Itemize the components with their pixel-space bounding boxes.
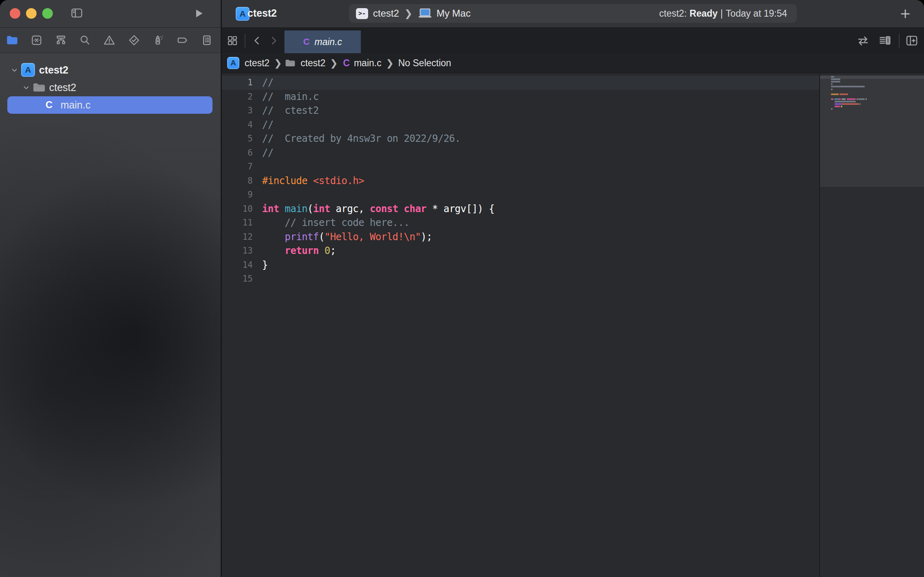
file-tree: Actest2ctest2Cmain.c [0, 53, 221, 577]
code-line-2[interactable]: 2// main.c [222, 90, 819, 104]
scheme-name[interactable]: ctest2 [373, 8, 399, 19]
add-editor-icon[interactable] [904, 33, 920, 48]
code-line-6[interactable]: 6// [222, 146, 819, 160]
xcode-window: Actest2ctest2Cmain.c A ctest2 >- ctest2 … [0, 0, 924, 577]
folder-icon [33, 82, 46, 93]
code-line-5[interactable]: 5// Created by 4nsw3r on 2022/9/26. [222, 132, 819, 146]
tree-label: main.c [61, 99, 91, 111]
source-editor[interactable]: 1//2// main.c3// ctest24//5// Created by… [222, 74, 924, 577]
app-project-icon: A [227, 57, 239, 69]
tree-label: ctest2 [49, 82, 76, 93]
navigate-forward-icon[interactable] [266, 33, 281, 48]
minimap-line-mark [835, 101, 856, 102]
code-line-13[interactable]: 13 return 0; [222, 244, 819, 258]
code-line-15[interactable]: 15 [222, 272, 819, 286]
code-text: return 0; [262, 245, 336, 256]
tree-label: ctest2 [39, 64, 68, 76]
breadcrumb-label: ctest2 [301, 58, 325, 69]
code-line-14[interactable]: 14} [222, 258, 819, 272]
minimap-line-mark [841, 106, 842, 107]
c-file-icon: C [343, 58, 350, 69]
find-navigator-icon[interactable] [78, 33, 92, 47]
debug-navigator-icon[interactable] [151, 33, 165, 47]
scheme-destination[interactable]: My Mac [436, 8, 471, 19]
code-line-9[interactable]: 9 [222, 188, 819, 202]
scheme-chevron-icon: ❯ [404, 8, 412, 19]
code-line-3[interactable]: 3// ctest2 [222, 104, 819, 118]
code-line-7[interactable]: 7 [222, 160, 819, 174]
breadcrumb-item[interactable]: Actest2 [227, 57, 271, 69]
status-time: Today at 19:54 [726, 8, 787, 19]
minimap-line-mark [842, 103, 859, 105]
code-text: int main(int argc, const char * argv[]) … [262, 203, 495, 215]
code-text: // [262, 147, 273, 158]
breadcrumb-item[interactable]: ctest2 [285, 58, 327, 69]
code-line-12[interactable]: 12 printf("Hello, World!\n"); [222, 230, 819, 244]
code-line-1[interactable]: 1// [222, 76, 819, 90]
report-navigator-icon[interactable] [200, 33, 214, 47]
breadcrumb-item[interactable]: No Selection [397, 58, 453, 69]
project-navigator-icon[interactable] [5, 33, 19, 47]
minimap[interactable] [820, 74, 924, 577]
line-number: 10 [222, 204, 253, 214]
zoom-window-button[interactable] [42, 8, 53, 19]
symbol-navigator-icon[interactable] [54, 33, 68, 47]
minimap-line-mark [831, 86, 865, 87]
source-control-navigator-icon[interactable] [30, 33, 43, 47]
line-number: 3 [222, 106, 253, 115]
jump-bar[interactable]: Actest2❯ctest2❯Cmain.c❯No Selection [222, 53, 924, 73]
code-review-icon[interactable] [855, 33, 871, 48]
disclosure-chevron-icon[interactable] [11, 67, 18, 74]
command-line-target-icon: >- [356, 8, 368, 19]
line-number: 8 [222, 176, 253, 186]
line-number: 11 [222, 218, 253, 228]
code-text: // [262, 77, 273, 88]
tabbar-divider-2 [899, 34, 900, 48]
code-text: } [262, 259, 268, 271]
line-number: 7 [222, 162, 253, 171]
tabbar-divider [245, 34, 245, 48]
navigate-back-icon[interactable] [249, 33, 265, 48]
line-number: 12 [222, 232, 253, 242]
library-add-button[interactable] [897, 6, 913, 22]
run-button[interactable] [192, 7, 206, 20]
minimap-line-mark [835, 106, 840, 107]
line-number: 15 [222, 274, 253, 284]
code-line-8[interactable]: 8#include <stdio.h> [222, 174, 819, 188]
tree-selection [7, 96, 213, 114]
scheme-and-status-bar[interactable]: >- ctest2 ❯ My Mac ctest2: Ready | Today… [349, 4, 797, 23]
line-number: 13 [222, 246, 253, 256]
my-mac-icon [418, 8, 432, 19]
activity-status: ctest2: Ready | Today at 19:54 [659, 4, 787, 23]
minimap-line-mark [831, 93, 839, 95]
tab-overview-icon[interactable] [225, 33, 240, 48]
code-line-11[interactable]: 11 // insert code here... [222, 216, 819, 230]
issue-navigator-icon[interactable] [102, 33, 116, 47]
editor-options-icon[interactable] [877, 33, 893, 48]
code-line-4[interactable]: 4// [222, 118, 819, 132]
minimize-window-button[interactable] [26, 8, 37, 19]
sidebar-toolbar [0, 0, 221, 28]
status-project: ctest2: [659, 8, 687, 19]
breadcrumb-chevron-icon: ❯ [274, 58, 282, 69]
breadcrumb-item[interactable]: Cmain.c [341, 58, 383, 69]
minimap-line-mark [831, 108, 833, 110]
code-line-10[interactable]: 10int main(int argc, const char * argv[]… [222, 202, 819, 216]
breadcrumb-chevron-icon: ❯ [386, 58, 394, 69]
code-lines: 1//2// main.c3// ctest24//5// Created by… [222, 76, 819, 286]
line-number: 14 [222, 260, 253, 270]
minimap-line-mark [847, 98, 856, 100]
toggle-sidebar-icon[interactable] [70, 6, 84, 20]
test-navigator-icon[interactable] [127, 33, 141, 47]
minimap-line-mark [838, 98, 841, 100]
tree-row-ctest2[interactable]: Actest2 [0, 61, 221, 79]
close-window-button[interactable] [10, 8, 20, 19]
tab-main-c[interactable]: C main.c [284, 30, 361, 53]
app-project-icon: A [21, 63, 35, 77]
disclosure-chevron-icon[interactable] [23, 84, 30, 91]
breakpoint-navigator-icon[interactable] [176, 33, 189, 47]
code-text: // main.c [262, 91, 319, 102]
navigator-bar [0, 28, 221, 53]
tree-row-ctest2[interactable]: ctest2 [0, 79, 221, 96]
tree-row-main.c[interactable]: Cmain.c [0, 96, 221, 114]
